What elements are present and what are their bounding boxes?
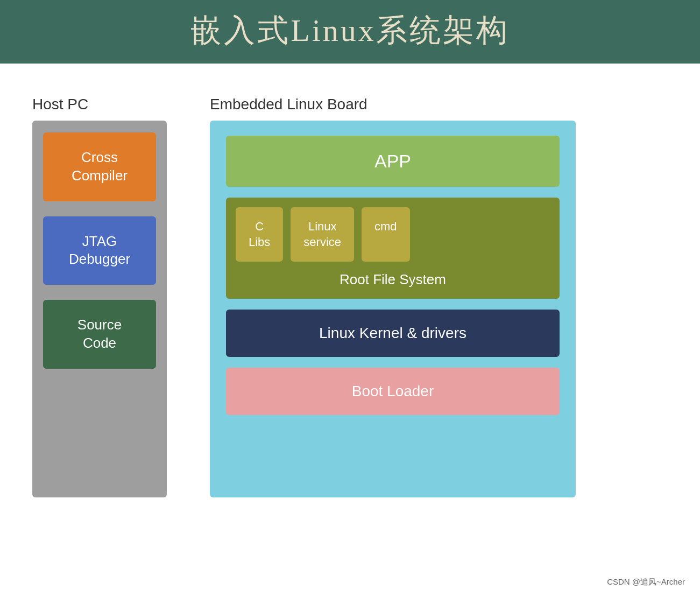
host-pc-label: Host PC — [32, 96, 88, 113]
c-libs-block: CLibs — [236, 207, 283, 262]
header: 嵌入式Linux系统架构 — [0, 0, 700, 64]
bootloader-label: Boot Loader — [352, 383, 434, 399]
footer-credit: CSDN @追风~Archer — [607, 577, 685, 587]
root-fs-inner-row: CLibs Linuxservice cmd — [236, 207, 550, 262]
jtag-debugger-block: JTAGDebugger — [43, 216, 156, 285]
root-fs-block: CLibs Linuxservice cmd Root File System — [226, 198, 560, 299]
source-code-block: SourceCode — [43, 300, 156, 369]
cmd-block: cmd — [362, 207, 410, 262]
bootloader-block: Boot Loader — [226, 368, 560, 415]
cross-compiler-block: CrossCompiler — [43, 132, 156, 201]
main-content: Host PC CrossCompiler JTAGDebugger Sourc… — [0, 64, 700, 580]
embedded-board-box: APP CLibs Linuxservice cmd Root File Sys… — [210, 121, 576, 497]
embedded-board-label: Embedded Linux Board — [210, 96, 367, 113]
kernel-block: Linux Kernel & drivers — [226, 310, 560, 357]
kernel-label: Linux Kernel & drivers — [319, 325, 466, 341]
host-pc-section: Host PC CrossCompiler JTAGDebugger Sourc… — [32, 96, 167, 497]
app-label: APP — [374, 151, 411, 171]
page-title: 嵌入式Linux系统架构 — [0, 10, 700, 52]
host-pc-box: CrossCompiler JTAGDebugger SourceCode — [32, 121, 167, 497]
root-fs-label: Root File System — [236, 269, 550, 289]
embedded-board-section: Embedded Linux Board APP CLibs Linuxserv… — [210, 96, 576, 497]
app-block: APP — [226, 136, 560, 187]
linux-service-block: Linuxservice — [291, 207, 354, 262]
